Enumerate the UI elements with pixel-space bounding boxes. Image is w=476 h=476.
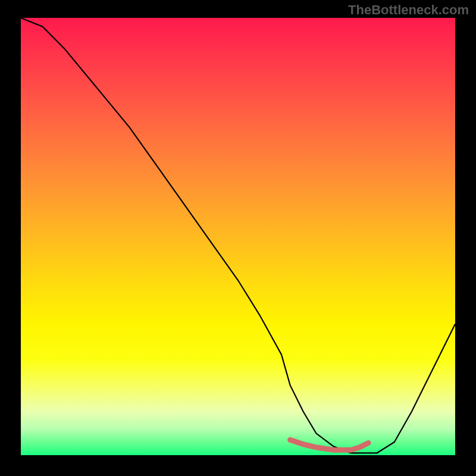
chart-svg	[21, 18, 455, 455]
watermark-text: TheBottleneck.com	[348, 2, 469, 18]
bottleneck-curve-path	[21, 18, 455, 453]
highlight-segment-path	[290, 440, 368, 450]
chart-plot-area	[21, 18, 455, 455]
